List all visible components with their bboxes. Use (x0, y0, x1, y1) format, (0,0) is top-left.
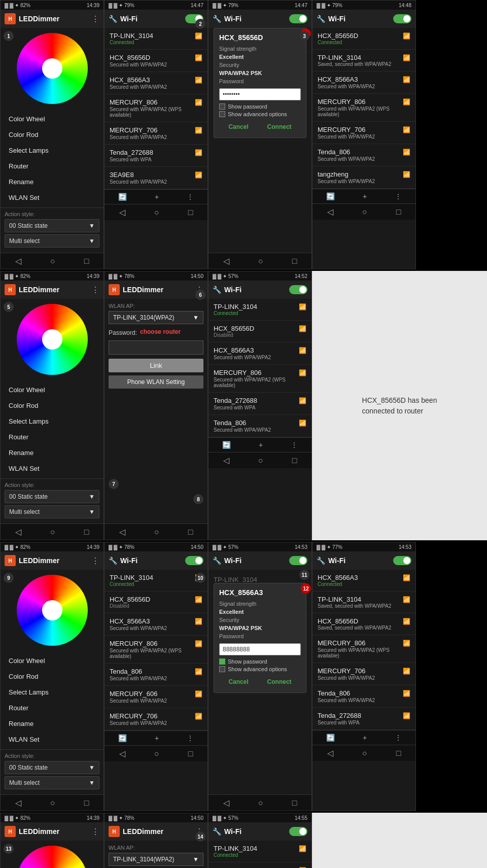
menu-select-lamps-3[interactable]: Select Lamps (1, 684, 103, 700)
link-button-1[interactable]: Link (109, 359, 203, 372)
wifi-toggle-11[interactable] (289, 556, 307, 565)
wifi-item-mercury806[interactable]: MERCURY_806 📶 Secured with WPA/WPA2 (WPS… (105, 94, 207, 122)
recents-icon[interactable]: □ (84, 257, 89, 266)
home-icon[interactable]: ○ (258, 456, 263, 465)
multi-select-dropdown-2[interactable]: Multi select▼ (5, 505, 99, 518)
static-state-dropdown-3[interactable]: 00 Static state▼ (5, 761, 99, 774)
wifi-item-mercury706-r3[interactable]: MERCURY_706 📶 Secured with WPA/WPA2 (105, 708, 207, 731)
more-icon[interactable]: ⋮ (291, 441, 298, 449)
connect-button-11[interactable]: Connect (260, 676, 299, 687)
back-icon[interactable]: ◁ (327, 748, 333, 758)
wifi-item-tp-r3[interactable]: TP-LINK_3104 📶 Connected (105, 570, 207, 592)
add-icon[interactable]: + (259, 441, 263, 449)
home-icon[interactable]: ○ (154, 208, 159, 217)
menu-router[interactable]: Router (1, 158, 103, 174)
menu-color-rod-3[interactable]: Color Rod (1, 669, 103, 684)
back-icon[interactable]: ◁ (15, 256, 21, 266)
refresh-icon[interactable]: 🔄 (326, 192, 335, 200)
more-icon[interactable]: ⋮ (395, 192, 402, 200)
color-wheel-4[interactable] (17, 846, 88, 868)
wifi-item-tenda806-r1[interactable]: Tenda_806 📶 Secured with WPA/WPA2 (312, 144, 415, 166)
recents-icon[interactable]: □ (292, 456, 297, 465)
home-icon[interactable]: ○ (154, 749, 159, 758)
more-options-icon[interactable]: ⋮ (91, 14, 99, 24)
menu-wlan-set[interactable]: WLAN Set (1, 190, 103, 205)
wifi-item-hcx85-connected[interactable]: HCX_85656D 📶 Connected (312, 28, 415, 50)
home-icon[interactable]: ○ (362, 749, 367, 758)
color-wheel-1[interactable] (17, 33, 88, 104)
wifi-item-mercury706-r12[interactable]: MERCURY_706 📶 Secured with WPA/WPA2 (312, 663, 415, 685)
recents-icon[interactable]: □ (84, 528, 89, 537)
wifi-item-mercury606[interactable]: MERCURY_606 📶 Secured with WPA/WPA2 (105, 686, 207, 708)
static-state-dropdown-1[interactable]: 00 Static state▼ (5, 219, 99, 232)
refresh-icon[interactable]: 🔄 (222, 441, 231, 449)
show-advanced-checkbox[interactable] (219, 111, 225, 117)
home-icon[interactable]: ○ (50, 528, 55, 537)
wifi-item-mercury806-r12[interactable]: MERCURY_806 📶 Secured with WPA/WPA2 (WPS… (312, 635, 415, 663)
more-icon[interactable]: ⋮ (187, 734, 194, 742)
wifi-item-hcx8566a3[interactable]: HCX_8566A3 📶 Secured with WPA/WPA2 (105, 72, 207, 94)
home-icon[interactable]: ○ (50, 257, 55, 266)
wifi-toggle-3[interactable] (289, 14, 307, 23)
menu-color-wheel[interactable]: Color Wheel (1, 111, 103, 127)
show-password-checkbox-11[interactable] (219, 658, 225, 665)
add-icon[interactable]: + (155, 193, 159, 201)
back-icon[interactable]: ◁ (15, 798, 21, 808)
menu-select-lamps[interactable]: Select Lamps (1, 143, 103, 158)
add-icon[interactable]: + (363, 192, 367, 200)
recents-icon[interactable]: □ (292, 798, 297, 808)
wifi-item-mercury806-r1[interactable]: MERCURY_806 📶 Secured with WPA/WPA2 (WPS… (312, 94, 415, 122)
multi-select-dropdown-1[interactable]: Multi select▼ (5, 234, 99, 248)
wifi-toggle-7[interactable] (289, 285, 307, 294)
static-state-dropdown-2[interactable]: 00 Static state▼ (5, 490, 99, 503)
menu-color-wheel-3[interactable]: Color Wheel (1, 653, 103, 669)
add-icon[interactable]: + (155, 734, 159, 742)
refresh-icon[interactable]: 🔄 (118, 734, 127, 742)
back-icon[interactable]: ◁ (15, 527, 21, 537)
menu-select-lamps-2[interactable]: Select Lamps (1, 413, 103, 429)
password-input[interactable] (219, 88, 301, 100)
wifi-item-hcx85-disabled[interactable]: HCX_85656D 📶 Disabled (208, 321, 311, 342)
wifi-item-tp-link[interactable]: TP-LINK_3104 📶 Connected (105, 28, 207, 50)
wifi-item-hcx8566a3-r1[interactable]: HCX_8566A3 📶 Secured with WPA/WPA2 (312, 72, 415, 94)
wifi-item-hcx8566a3-r2[interactable]: HCX_8566A3 📶 Secured with WPA/WPA2 (208, 342, 311, 365)
home-icon[interactable]: ○ (258, 257, 263, 266)
recents-icon[interactable]: □ (292, 257, 297, 266)
more-options-icon-3[interactable]: ⋮ (91, 556, 99, 566)
password-input-router-1[interactable] (109, 340, 203, 355)
menu-wlan-set-2[interactable]: WLAN Set (1, 461, 103, 476)
wifi-toggle-12[interactable] (393, 556, 411, 565)
back-icon[interactable]: ◁ (223, 798, 229, 808)
wifi-item-tp-r15[interactable]: TP-LINK_3104 📶 Connected (208, 841, 311, 862)
more-icon[interactable]: ⋮ (395, 734, 402, 742)
password-input-11[interactable] (219, 643, 301, 655)
wifi-item-tp-saved-r12[interactable]: TP-LINK_3104 📶 Saved, secured with WPA/W… (312, 592, 415, 613)
wifi-item-mercury706-r1[interactable]: MERCURY_706 📶 Secured with WPA/WPA2 (312, 122, 415, 144)
show-password-checkbox[interactable] (219, 103, 225, 110)
menu-color-rod-2[interactable]: Color Rod (1, 398, 103, 413)
refresh-icon[interactable]: 🔄 (118, 193, 127, 201)
more-icon[interactable]: ⋮ (187, 193, 194, 201)
wifi-toggle-15[interactable] (289, 827, 307, 836)
home-icon[interactable]: ○ (362, 207, 367, 217)
back-icon[interactable]: ◁ (223, 456, 229, 465)
cancel-button-11[interactable]: Cancel (221, 676, 255, 687)
back-icon[interactable]: ◁ (119, 749, 125, 758)
wifi-item-tangzheng[interactable]: tangzheng 📶 Secured with WPA/WPA2 (312, 166, 415, 189)
wifi-item-tenda272688-r2[interactable]: Tenda_272688 📶 Secured with WPA (208, 393, 311, 415)
wifi-item-mercury806-r2[interactable]: MERCURY_806 📶 Secured with WPA/WPA2 (WPS… (208, 365, 311, 393)
wifi-item-mercury806-r3[interactable]: MERCURY_806 📶 Secured with WPA/WPA2 (WPS… (105, 636, 207, 664)
menu-rename-3[interactable]: Rename (1, 716, 103, 732)
add-icon[interactable]: + (363, 734, 367, 742)
more-options-icon-4[interactable]: ⋮ (91, 827, 99, 837)
back-icon[interactable]: ◁ (327, 207, 333, 217)
show-advanced-checkbox-11[interactable] (219, 666, 225, 672)
wifi-item-hcx85-disabled-r3[interactable]: HCX_85656D 📶 Disabled (105, 592, 207, 613)
wifi-item-hcx8566a3-conn[interactable]: HCX_8566A3 📶 Connected (312, 570, 415, 592)
recents-icon[interactable]: □ (188, 749, 193, 758)
back-icon[interactable]: ◁ (223, 256, 229, 266)
home-icon[interactable]: ○ (50, 798, 55, 808)
back-icon[interactable]: ◁ (119, 527, 125, 537)
wifi-item-tenda272688-r12[interactable]: Tenda_272688 📶 Secured with WPA (312, 708, 415, 730)
connect-button[interactable]: Connect (260, 121, 299, 132)
